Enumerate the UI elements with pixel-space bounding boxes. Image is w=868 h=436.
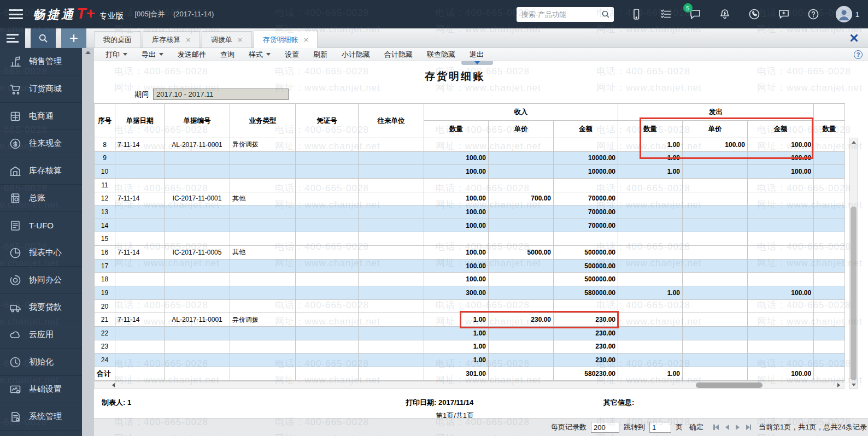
collapse-sidebar-button[interactable]	[0, 28, 25, 48]
sidebar-item[interactable]: 协同办公	[0, 267, 82, 294]
tab-close-icon[interactable]: ×	[238, 36, 243, 44]
vertical-scroll-thumb[interactable]	[851, 207, 857, 380]
sidebar-item[interactable]: T-UFO	[0, 212, 82, 239]
column-header-sub-3[interactable]: 数量	[618, 121, 683, 138]
toolbar-button[interactable]: 联查隐藏	[420, 48, 462, 61]
column-header-voucher[interactable]: 凭证号	[296, 104, 359, 138]
column-header-group-in[interactable]: 收入	[424, 104, 618, 121]
cell-doc-link[interactable]: IC-2017-11-0005	[165, 246, 230, 260]
toolbar-button[interactable]: 设置	[278, 48, 306, 61]
table-row[interactable]: 13100.0070000.00	[95, 205, 845, 219]
next-page-icon[interactable]	[736, 425, 740, 430]
column-header-sub-1[interactable]: 单价	[489, 121, 554, 138]
column-header-sub-0[interactable]: 数量	[424, 121, 489, 138]
sidebar-scrollbar[interactable]	[82, 48, 94, 436]
scroll-right-icon[interactable]	[834, 382, 843, 388]
table-row[interactable]: 19300.00580000.001.00100.00	[95, 286, 845, 300]
table-row[interactable]: 127-11-14IC-2017-11-0001其他100.00700.0070…	[95, 192, 845, 205]
table-row[interactable]: 221.00230.00	[95, 326, 845, 340]
sidebar-item[interactable]: 云应用	[0, 321, 82, 349]
column-header-partner[interactable]: 往来单位	[359, 104, 424, 138]
mobile-icon[interactable]	[629, 7, 643, 21]
last-page-icon[interactable]	[746, 425, 752, 430]
task-list-icon[interactable]	[659, 7, 673, 21]
bell-icon[interactable]	[718, 7, 732, 21]
cell-doc-link[interactable]: AL-2017-11-0001	[165, 313, 230, 327]
confirm-button[interactable]: 确定	[689, 422, 703, 432]
column-header-sub-2[interactable]: 金额	[554, 121, 618, 138]
feedback-icon[interactable]	[777, 7, 791, 21]
hamburger-menu-icon[interactable]	[9, 9, 23, 19]
sidebar-item[interactable]: 订货商城	[0, 75, 82, 103]
tab[interactable]: 库存核算×	[143, 31, 200, 48]
horizontal-scrollbar[interactable]	[94, 381, 844, 389]
search-input[interactable]	[521, 10, 601, 19]
tab-close-icon[interactable]: ×	[186, 36, 191, 44]
new-tab-button[interactable]: +	[61, 28, 86, 48]
sidebar-item[interactable]: 系统管理	[0, 403, 82, 431]
table-row[interactable]: 18100.00500000.00	[95, 273, 845, 286]
avatar[interactable]	[836, 6, 852, 22]
table-row[interactable]: 167-11-14IC-2017-11-0005其他100.005000.005…	[95, 246, 845, 260]
sidebar-item[interactable]: 销售管理	[0, 48, 82, 75]
table-row[interactable]: 17100.00500000.00	[95, 259, 845, 273]
column-header-sub-4[interactable]: 单价	[683, 121, 748, 138]
tab-close-icon[interactable]: ×	[304, 36, 309, 44]
column-header-seq[interactable]: 序号	[95, 104, 115, 138]
user-menu[interactable]: 1	[836, 6, 859, 22]
column-header-sub-6[interactable]: 数量	[814, 121, 845, 138]
tab[interactable]: 调拨单×	[202, 31, 252, 48]
message-icon[interactable]: 5	[688, 7, 702, 21]
tab[interactable]: 我的桌面	[94, 31, 141, 48]
column-header-sub-5[interactable]: 金额	[748, 121, 814, 138]
table-row[interactable]: 231.00230.00	[95, 340, 845, 353]
table-row[interactable]: 217-11-14AL-2017-11-0001异价调拨1.00230.0023…	[95, 313, 845, 327]
table-row[interactable]: 241.00230.00	[95, 353, 845, 367]
column-header-biz-type[interactable]: 业务类型	[230, 104, 296, 138]
sidebar-scroll-up-icon[interactable]	[85, 51, 91, 54]
toolbar-button[interactable]: 合计隐藏	[377, 48, 420, 61]
column-header-group-balance[interactable]	[814, 104, 845, 121]
sidebar-item[interactable]: 总账	[0, 185, 82, 212]
sidebar-item[interactable]: 报表中心	[0, 239, 82, 267]
first-page-icon[interactable]	[713, 425, 719, 430]
sidebar-item[interactable]: 我要贷款	[0, 294, 82, 321]
vertical-scrollbar[interactable]	[849, 138, 858, 389]
column-header-doc-no[interactable]: 单据编号	[165, 104, 230, 138]
toolbar-button[interactable]: 打印	[98, 48, 134, 61]
close-all-tabs-icon[interactable]	[850, 34, 858, 42]
sidebar-item[interactable]: 往来现金	[0, 130, 82, 157]
sidebar-item[interactable]: 基础设置	[0, 376, 82, 403]
scroll-up-icon[interactable]	[850, 138, 857, 146]
scroll-left-icon[interactable]	[109, 382, 118, 388]
quick-search-button[interactable]	[31, 28, 56, 48]
scroll-down-icon[interactable]	[850, 381, 857, 388]
service-phone-icon[interactable]	[747, 7, 761, 21]
jump-page-input[interactable]	[649, 422, 671, 433]
sidebar-item[interactable]: 初始化	[0, 349, 82, 376]
sidebar-item[interactable]: 库存核算	[0, 157, 82, 185]
horizontal-scroll-thumb[interactable]	[696, 382, 763, 388]
table-row[interactable]: 20	[95, 299, 845, 313]
column-header-date[interactable]: 单据日期	[115, 104, 165, 138]
table-row[interactable]: 14100.0070000.00	[95, 219, 845, 232]
toolbar-button[interactable]: 刷新	[306, 48, 335, 61]
table-row[interactable]: 9100.0010000.001.00100.00	[95, 151, 845, 165]
tab[interactable]: 存货明细账×	[254, 31, 318, 48]
table-row[interactable]: 87-11-14AL-2017-11-0001异价调拨1.00100.00100…	[95, 138, 845, 152]
search-icon[interactable]	[601, 9, 611, 19]
help-icon[interactable]	[806, 7, 820, 21]
period-input[interactable]	[153, 89, 289, 100]
toolbar-button[interactable]: 发送邮件	[171, 48, 213, 61]
sidebar-item[interactable]: 电商通	[0, 103, 82, 130]
toolbar-button[interactable]: 导出	[134, 48, 171, 61]
table-row[interactable]: 11	[95, 178, 845, 192]
toolbar-button[interactable]: 退出	[462, 48, 491, 61]
per-page-input[interactable]	[591, 422, 619, 433]
table-row[interactable]: 15	[95, 232, 845, 246]
help-icon[interactable]: ?	[854, 50, 863, 59]
prev-page-icon[interactable]	[725, 425, 729, 430]
toolbar-button[interactable]: 样式	[242, 48, 278, 61]
column-header-group-out[interactable]: 发出	[618, 104, 814, 121]
cell-doc-link[interactable]: IC-2017-11-0001	[165, 192, 230, 205]
